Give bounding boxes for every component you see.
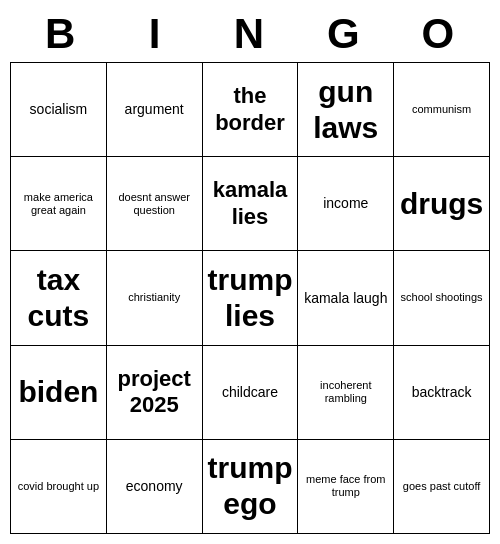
cell-content: christianity bbox=[110, 291, 199, 304]
bingo-header: BINGO bbox=[10, 10, 490, 58]
cell-content: kamala laugh bbox=[301, 290, 390, 307]
bingo-cell: meme face from trump bbox=[298, 439, 394, 533]
bingo-letter: I bbox=[108, 10, 202, 58]
bingo-cell: communism bbox=[394, 63, 490, 157]
cell-content: project 2025 bbox=[110, 366, 199, 419]
bingo-grid: socialismargumentthe bordergun lawscommu… bbox=[10, 62, 490, 534]
bingo-cell: school shootings bbox=[394, 251, 490, 345]
bingo-letter: B bbox=[14, 10, 108, 58]
bingo-cell: socialism bbox=[11, 63, 107, 157]
cell-content: covid brought up bbox=[14, 480, 103, 493]
bingo-cell: kamala lies bbox=[202, 157, 298, 251]
cell-content: trump lies bbox=[206, 262, 295, 334]
bingo-cell: income bbox=[298, 157, 394, 251]
bingo-cell: backtrack bbox=[394, 345, 490, 439]
bingo-cell: biden bbox=[11, 345, 107, 439]
bingo-cell: doesnt answer question bbox=[106, 157, 202, 251]
bingo-cell: trump lies bbox=[202, 251, 298, 345]
cell-content: make america great again bbox=[14, 191, 103, 217]
cell-content: tax cuts bbox=[14, 262, 103, 334]
cell-content: drugs bbox=[397, 186, 486, 222]
bingo-cell: gun laws bbox=[298, 63, 394, 157]
cell-content: trump ego bbox=[206, 450, 295, 522]
cell-content: incoherent rambling bbox=[301, 379, 390, 405]
bingo-cell: trump ego bbox=[202, 439, 298, 533]
cell-content: income bbox=[301, 195, 390, 212]
cell-content: communism bbox=[397, 103, 486, 116]
bingo-cell: drugs bbox=[394, 157, 490, 251]
cell-content: backtrack bbox=[397, 384, 486, 401]
cell-content: socialism bbox=[14, 101, 103, 118]
cell-content: economy bbox=[110, 478, 199, 495]
bingo-cell: kamala laugh bbox=[298, 251, 394, 345]
bingo-cell: argument bbox=[106, 63, 202, 157]
bingo-cell: christianity bbox=[106, 251, 202, 345]
bingo-cell: make america great again bbox=[11, 157, 107, 251]
bingo-cell: goes past cutoff bbox=[394, 439, 490, 533]
bingo-cell: the border bbox=[202, 63, 298, 157]
bingo-cell: project 2025 bbox=[106, 345, 202, 439]
cell-content: biden bbox=[14, 374, 103, 410]
bingo-cell: incoherent rambling bbox=[298, 345, 394, 439]
cell-content: childcare bbox=[206, 384, 295, 401]
cell-content: school shootings bbox=[397, 291, 486, 304]
cell-content: the border bbox=[206, 83, 295, 136]
bingo-letter: N bbox=[203, 10, 297, 58]
bingo-cell: economy bbox=[106, 439, 202, 533]
cell-content: argument bbox=[110, 101, 199, 118]
bingo-cell: childcare bbox=[202, 345, 298, 439]
cell-content: goes past cutoff bbox=[397, 480, 486, 493]
bingo-letter: O bbox=[392, 10, 486, 58]
cell-content: kamala lies bbox=[206, 177, 295, 230]
bingo-cell: covid brought up bbox=[11, 439, 107, 533]
cell-content: meme face from trump bbox=[301, 473, 390, 499]
bingo-letter: G bbox=[297, 10, 391, 58]
cell-content: doesnt answer question bbox=[110, 191, 199, 217]
bingo-cell: tax cuts bbox=[11, 251, 107, 345]
cell-content: gun laws bbox=[301, 74, 390, 146]
